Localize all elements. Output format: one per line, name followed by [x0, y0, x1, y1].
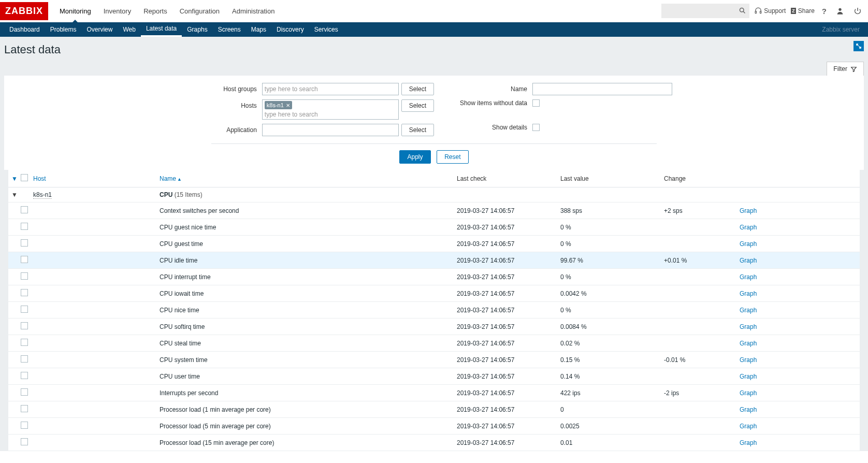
row-checkbox[interactable] [21, 339, 28, 346]
user-icon[interactable] [834, 7, 846, 15]
row-item-name: CPU iowait time [160, 290, 457, 297]
graph-link[interactable]: Graph [740, 439, 757, 446]
topnav-items: MonitoringInventoryReportsConfigurationA… [53, 0, 281, 22]
share-link[interactable]: Z Share [791, 7, 815, 15]
topnav-item-inventory[interactable]: Inventory [97, 0, 137, 22]
column-last-check[interactable]: Last check [457, 175, 560, 182]
hosts-text[interactable] [265, 111, 396, 118]
subnav-item-overview[interactable]: Overview [81, 22, 118, 37]
table-row: CPU nice time2019-03-27 14:06:570 %Graph [8, 302, 860, 319]
graph-link[interactable]: Graph [740, 240, 757, 248]
page-header-area: Latest data Filter Host groups Select Na… [0, 37, 868, 451]
subnav-item-problems[interactable]: Problems [45, 22, 82, 37]
application-input[interactable] [262, 124, 399, 136]
search-icon[interactable] [739, 7, 746, 15]
application-select-button[interactable]: Select [401, 124, 434, 136]
graph-link[interactable]: Graph [740, 273, 757, 281]
row-last-check: 2019-03-27 14:06:57 [457, 240, 560, 248]
select-all-checkbox[interactable] [21, 174, 28, 181]
subnav-item-maps[interactable]: Maps [246, 22, 271, 37]
row-checkbox[interactable] [21, 272, 28, 280]
row-checkbox[interactable] [21, 206, 28, 213]
graph-link[interactable]: Graph [740, 340, 757, 347]
graph-link[interactable]: Graph [740, 257, 757, 264]
row-checkbox[interactable] [21, 438, 28, 445]
host-tag-remove-icon[interactable]: ✕ [286, 103, 290, 108]
logo[interactable]: ZABBIX [0, 2, 48, 20]
row-checkbox[interactable] [21, 256, 28, 263]
subnav-item-services[interactable]: Services [309, 22, 343, 37]
host-groups-text[interactable] [265, 84, 396, 94]
column-name[interactable]: Name▲ [160, 175, 457, 182]
row-checkbox[interactable] [21, 223, 28, 230]
row-item-name: CPU nice time [160, 307, 457, 314]
row-checkbox[interactable] [21, 306, 28, 313]
fullscreen-button[interactable] [853, 41, 864, 51]
row-checkbox[interactable] [21, 239, 28, 247]
row-last-check: 2019-03-27 14:06:57 [457, 406, 560, 413]
filter-actions: Apply Reset [399, 144, 468, 164]
graph-link[interactable]: Graph [740, 207, 757, 214]
apply-button[interactable]: Apply [399, 150, 430, 164]
topnav-right: Support Z Share ? [661, 4, 864, 18]
graph-link[interactable]: Graph [740, 307, 757, 314]
column-host[interactable]: Host [33, 175, 160, 182]
topnav-item-administration[interactable]: Administration [226, 0, 281, 22]
graph-link[interactable]: Graph [740, 224, 757, 231]
host-groups-select-button[interactable]: Select [401, 83, 434, 95]
column-change[interactable]: Change [664, 175, 740, 182]
host-tag-label: k8s-n1 [267, 102, 284, 108]
graph-link[interactable]: Graph [740, 290, 757, 297]
subnav-item-discovery[interactable]: Discovery [271, 22, 309, 37]
expand-all-caret-icon[interactable]: ▼ [11, 175, 21, 182]
topnav-item-monitoring[interactable]: Monitoring [53, 0, 97, 22]
row-change: +0.01 % [664, 257, 740, 264]
row-checkbox[interactable] [21, 388, 28, 396]
row-last-value: 422 ips [560, 389, 664, 397]
hosts-input[interactable]: k8s-n1 ✕ [262, 99, 399, 120]
subnav-item-web[interactable]: Web [118, 22, 140, 37]
row-last-value: 0 % [560, 307, 664, 314]
row-checkbox[interactable] [21, 372, 28, 379]
row-item-name: CPU system time [160, 356, 457, 364]
row-checkbox[interactable] [21, 422, 28, 429]
subnav-item-dashboard[interactable]: Dashboard [4, 22, 45, 37]
row-change: -0.01 % [664, 356, 740, 364]
topnav-item-configuration[interactable]: Configuration [173, 0, 226, 22]
subnav-item-screens[interactable]: Screens [213, 22, 246, 37]
hosts-select-button[interactable]: Select [401, 99, 434, 112]
graph-link[interactable]: Graph [740, 356, 757, 364]
row-item-name: CPU softirq time [160, 323, 457, 330]
row-last-value: 0.15 % [560, 356, 664, 364]
column-last-value[interactable]: Last value [560, 175, 664, 182]
show-without-data-checkbox[interactable] [532, 99, 540, 107]
graph-link[interactable]: Graph [740, 423, 757, 430]
row-checkbox[interactable] [21, 322, 28, 329]
filter-panel: Host groups Select Name Hosts [4, 76, 864, 170]
support-link[interactable]: Support [755, 7, 786, 15]
row-item-name: CPU guest time [160, 240, 457, 248]
subnav-item-latest-data[interactable]: Latest data [141, 22, 182, 37]
row-checkbox[interactable] [21, 355, 28, 363]
name-input[interactable] [532, 83, 672, 95]
group-caret-icon[interactable]: ▼ [11, 191, 21, 198]
host-groups-input[interactable] [262, 83, 399, 95]
graph-link[interactable]: Graph [740, 389, 757, 397]
graph-link[interactable]: Graph [740, 373, 757, 380]
row-checkbox[interactable] [21, 289, 28, 296]
search-input[interactable] [661, 4, 749, 18]
row-checkbox[interactable] [21, 405, 28, 412]
help-icon[interactable]: ? [820, 7, 829, 16]
subnav-item-graphs[interactable]: Graphs [182, 22, 212, 37]
svg-rect-2 [755, 11, 756, 13]
host-tag[interactable]: k8s-n1 ✕ [265, 101, 292, 109]
power-icon[interactable] [851, 7, 864, 15]
graph-link[interactable]: Graph [740, 406, 757, 413]
topnav-item-reports[interactable]: Reports [137, 0, 173, 22]
filter-tab[interactable]: Filter [827, 62, 864, 76]
reset-button[interactable]: Reset [437, 150, 468, 164]
graph-link[interactable]: Graph [740, 323, 757, 330]
table-row: Processor load (15 min average per core)… [8, 435, 860, 451]
show-details-checkbox[interactable] [532, 124, 540, 131]
group-host[interactable]: k8s-n1 [33, 191, 160, 198]
